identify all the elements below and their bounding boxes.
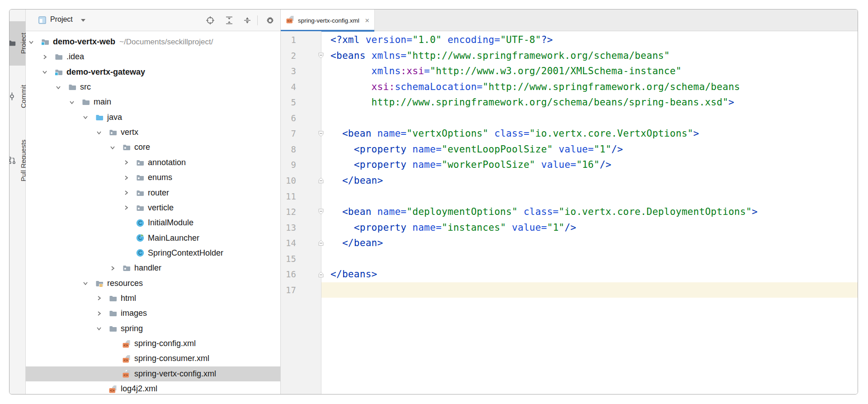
line-number: 10 <box>281 173 296 189</box>
fold-end-marker[interactable] <box>318 177 324 184</box>
fold-start-marker[interactable] <box>318 209 324 215</box>
package-icon <box>136 155 144 170</box>
activity-tab-pull-requests[interactable]: Pull Requests <box>9 126 26 195</box>
code-line-7[interactable]: <bean name="vertxOptions" class="io.vert… <box>330 126 858 142</box>
expand-all-button[interactable] <box>224 15 235 26</box>
chevron-collapsed-icon[interactable] <box>95 291 103 306</box>
chevron-collapsed-icon[interactable] <box>123 155 130 170</box>
code-line-8[interactable]: <property name="eventLoopPoolSize" value… <box>330 142 858 157</box>
tree-item-label: vertx <box>121 125 138 140</box>
line-number: 5 <box>281 95 296 110</box>
tree-item-label: spring-vertx-config.xml <box>134 366 216 381</box>
tree-item-main[interactable]: main <box>26 95 280 109</box>
screenshot-canvas: Project Commit Pull Requests Project <box>0 0 868 404</box>
tree-item-label: .idea <box>66 49 84 64</box>
tree-item-html[interactable]: html <box>26 291 280 306</box>
tree-item-spring[interactable]: spring <box>26 321 280 336</box>
chevron-expanded-icon[interactable] <box>82 276 89 291</box>
chevron-down-icon[interactable] <box>81 19 85 22</box>
tree-item-label: html <box>121 291 136 306</box>
svg-text:C: C <box>138 220 142 226</box>
fold-start-marker[interactable] <box>318 131 324 137</box>
code-line-9[interactable]: <property name="workerPoolSize" value="1… <box>330 157 858 173</box>
tree-item-spring-vertx-config-xml[interactable]: <>spring-vertx-config.xml <box>26 366 280 381</box>
chevron-collapsed-icon[interactable] <box>123 170 130 185</box>
activity-bar: Project Commit Pull Requests <box>9 10 26 394</box>
settings-button[interactable] <box>264 15 275 26</box>
package-icon <box>136 185 144 200</box>
chevron-expanded-icon[interactable] <box>95 125 103 140</box>
tree-item-label: resources <box>107 276 143 291</box>
chevron-collapsed-icon[interactable] <box>95 306 103 321</box>
package-icon <box>123 140 131 155</box>
tree-item--idea[interactable]: .idea <box>26 49 280 64</box>
tree-item-enums[interactable]: enums <box>26 170 280 185</box>
activity-tab-commit[interactable]: Commit <box>9 74 26 119</box>
tree-item-router[interactable]: router <box>26 185 280 200</box>
line-number: 2 <box>281 48 296 64</box>
collapse-all-button[interactable] <box>242 15 253 26</box>
code-line-16[interactable]: </beans> <box>330 266 858 282</box>
chevron-expanded-icon[interactable] <box>28 34 35 49</box>
editor-gutter: 1234567891011121314151617 <box>281 31 321 394</box>
project-panel-title[interactable]: Project <box>50 15 73 24</box>
tree-item-demo-vertx-web[interactable]: demo-vertx-web~/Documents/seckillproject… <box>26 34 280 49</box>
fold-start-marker[interactable] <box>318 52 324 59</box>
code-line-1[interactable]: <?xml version="1.0" encoding="UTF-8"?> <box>330 32 858 48</box>
code-line-12[interactable]: <bean name="deploymentOptions" class="io… <box>330 204 858 220</box>
tree-item-vertx[interactable]: vertx <box>26 125 280 140</box>
class-run-icon: C <box>136 231 144 246</box>
chevron-collapsed-icon[interactable] <box>41 49 48 64</box>
editor-tab-label: spring-vertx-config.xml <box>298 17 359 24</box>
code-line-13[interactable]: <property name="instances" value="1"/> <box>330 220 858 236</box>
tree-item-images[interactable]: images <box>26 306 280 321</box>
source-folder-icon <box>95 110 104 125</box>
code-line-10[interactable]: </bean> <box>330 173 858 189</box>
tree-item-handler[interactable]: handler <box>26 261 280 276</box>
chevron-expanded-icon[interactable] <box>55 80 62 95</box>
tree-item-src[interactable]: src <box>26 80 280 95</box>
code-editor[interactable]: 1234567891011121314151617 <?xml version=… <box>281 31 858 394</box>
project-tool-window: Project demo-vertx-web~/Documents/seckil… <box>26 10 281 394</box>
fold-end-marker[interactable] <box>318 240 324 246</box>
chevron-collapsed-icon[interactable] <box>123 200 130 215</box>
chevron-collapsed-icon[interactable] <box>109 261 116 276</box>
line-number: 4 <box>281 79 296 95</box>
chevron-expanded-icon[interactable] <box>109 140 116 155</box>
tree-item-java[interactable]: java <box>26 110 280 125</box>
tree-item-label: demo-vertx-gateway <box>66 65 145 80</box>
tree-item-annotation[interactable]: annotation <box>26 155 280 170</box>
line-number: 17 <box>281 282 296 298</box>
fold-end-marker[interactable] <box>318 271 324 278</box>
tree-item-spring-config-xml[interactable]: <>spring-config.xml <box>26 336 280 351</box>
resources-folder-icon <box>95 276 104 291</box>
code-line-3[interactable]: xmlns:xsi="http://www.w3.org/2001/XMLSch… <box>330 63 858 79</box>
tree-item-resources[interactable]: resources <box>26 276 280 291</box>
activity-tab-project[interactable]: Project <box>9 21 26 66</box>
code-line-4[interactable]: xsi:schemaLocation="http://www.springfra… <box>330 79 858 95</box>
tree-item-label: java <box>107 110 122 125</box>
tree-item-label: src <box>80 80 91 95</box>
tree-item-springcontextholder[interactable]: CSpringContextHolder <box>26 246 280 261</box>
tree-item-mainlauncher[interactable]: C MainLauncher <box>26 231 280 246</box>
close-icon[interactable]: ✕ <box>365 17 370 24</box>
editor-tab-spring-vertx-config[interactable]: <> spring-vertx-config.xml ✕ <box>281 10 375 31</box>
tree-item-core[interactable]: core <box>26 140 280 155</box>
chevron-expanded-icon[interactable] <box>82 110 89 125</box>
chevron-expanded-icon[interactable] <box>41 65 48 80</box>
code-line-5[interactable]: http://www.springframework.org/schema/be… <box>330 95 858 110</box>
folder-icon <box>68 80 76 95</box>
tree-item-verticle[interactable]: verticle <box>26 200 280 215</box>
locate-file-button[interactable] <box>205 15 216 26</box>
tree-item-demo-vertx-gateway[interactable]: demo-vertx-gateway <box>26 65 280 80</box>
line-number: 6 <box>281 110 296 126</box>
chevron-expanded-icon[interactable] <box>95 321 103 336</box>
chevron-collapsed-icon[interactable] <box>123 185 130 200</box>
tree-item-initialmodule[interactable]: CInitialModule <box>26 215 280 230</box>
tree-item-spring-consumer-xml[interactable]: <>spring-consumer.xml <box>26 351 280 366</box>
tree-item-log4j2-xml[interactable]: <>log4j2.xml <box>26 381 280 394</box>
code-line-14[interactable]: </bean> <box>330 235 858 251</box>
chevron-expanded-icon[interactable] <box>68 95 75 109</box>
code-line-2[interactable]: <beans xmlns="http://www.springframework… <box>330 48 858 64</box>
collapse-all-icon <box>243 16 252 25</box>
